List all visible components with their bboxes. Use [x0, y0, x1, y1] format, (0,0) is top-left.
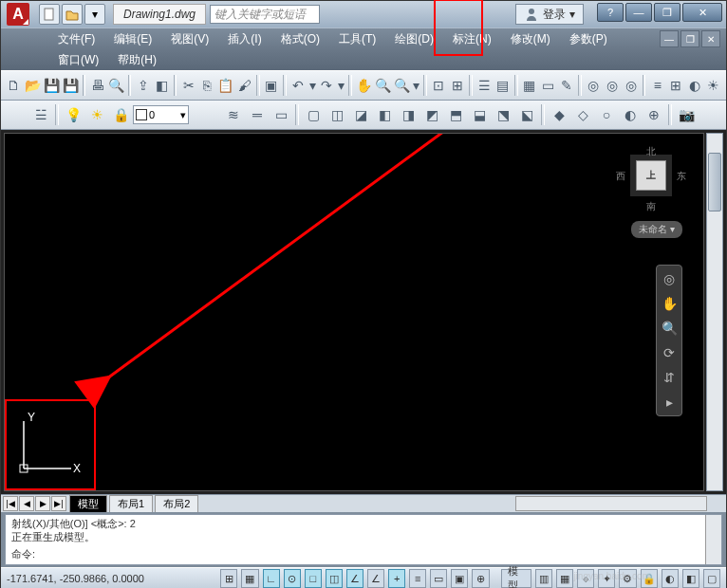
viewcube-west[interactable]: 西	[616, 170, 625, 183]
model-viewport[interactable]: 北 南 西 东 上 未命名 ▾ ◎ ✋ 🔍 ⟳ ⇵ ▸	[4, 133, 704, 491]
nav-wheel-icon[interactable]: ◎	[663, 271, 675, 286]
render1-icon[interactable]: ◆	[548, 103, 570, 126]
render-icon[interactable]: ◐	[686, 74, 704, 97]
scrollbar-thumb[interactable]	[708, 153, 721, 211]
sun-icon[interactable]: ☀	[704, 74, 722, 97]
ws-switch-icon[interactable]: ⚙	[619, 569, 636, 588]
preview-icon[interactable]: 🔍	[107, 74, 125, 97]
grid-toggle[interactable]: ▦	[241, 569, 258, 588]
modelspace-button[interactable]: 模型	[501, 569, 531, 588]
layer-lock-icon[interactable]: 🔒	[109, 103, 132, 126]
menu-tools[interactable]: 工具(T)	[329, 28, 385, 50]
render5-icon[interactable]: ⊕	[643, 103, 665, 126]
annoscale-icon[interactable]: ⟐	[577, 569, 594, 588]
close-button[interactable]: ✕	[682, 3, 722, 22]
matchprop-icon[interactable]: 🖌	[235, 74, 253, 97]
zoom-prev-icon[interactable]: 🔍	[393, 74, 411, 97]
toolbar-lock-icon[interactable]: 🔒	[641, 569, 658, 588]
sheetset-icon[interactable]: ▤	[494, 74, 512, 97]
ortho-toggle[interactable]: ∟	[263, 569, 280, 588]
horizontal-scrollbar[interactable]	[515, 496, 707, 511]
coordinates-readout[interactable]: -171.6741, -250.9866, 0.0000	[7, 573, 159, 584]
tab-nav-prev[interactable]: ◀	[19, 496, 34, 511]
save-icon[interactable]: 💾	[43, 74, 61, 97]
menu-window[interactable]: 窗口(W)	[48, 49, 108, 71]
login-button[interactable]: 登录 ▾	[515, 4, 584, 25]
mdi-min[interactable]: —	[660, 30, 679, 47]
copy-icon[interactable]: ⎘	[198, 74, 216, 97]
maximize-button[interactable]: ❐	[654, 3, 680, 22]
constraint2-icon[interactable]: ◎	[604, 74, 622, 97]
redo-icon[interactable]: ↷	[318, 74, 336, 97]
command-scrollbar[interactable]	[705, 515, 721, 564]
vertical-scrollbar[interactable]	[706, 133, 723, 491]
calculator-icon[interactable]: ▭	[539, 74, 557, 97]
vs-shades-icon[interactable]: ⬓	[468, 103, 491, 126]
layer-on-icon[interactable]: 💡	[62, 103, 84, 126]
zoom-drop-icon[interactable]: ▾	[412, 74, 421, 97]
lineweight-icon[interactable]: ═	[246, 103, 269, 126]
vs-realistic-icon[interactable]: ◧	[373, 103, 396, 126]
3dosnap-toggle[interactable]: ◫	[326, 569, 343, 588]
search-input[interactable]: 键入关键字或短语	[210, 5, 320, 24]
undo-drop-icon[interactable]: ▾	[308, 74, 317, 97]
menu-insert[interactable]: 插入(I)	[218, 28, 270, 50]
nav-orbit-icon[interactable]: ⟳	[663, 345, 675, 360]
zoom-extents-icon[interactable]: ⊞	[449, 74, 467, 97]
menu-modify[interactable]: 修改(M)	[501, 28, 560, 50]
vs-2dwire-icon[interactable]: ▢	[302, 103, 325, 126]
tab-model[interactable]: 模型	[69, 495, 107, 512]
menu-file[interactable]: 文件(F)	[48, 28, 104, 50]
app-menu-icon[interactable]: A	[7, 3, 29, 26]
nav-zoom-icon[interactable]: 🔍	[662, 321, 678, 336]
osnap-toggle[interactable]: □	[305, 569, 322, 588]
redo-drop-icon[interactable]: ▾	[337, 74, 346, 97]
cut-icon[interactable]: ✂	[179, 74, 197, 97]
isolate-icon[interactable]: ◧	[682, 569, 699, 588]
lwt-toggle[interactable]: ≡	[409, 569, 426, 588]
tab-layout1[interactable]: 布局1	[109, 495, 153, 512]
saveas-icon[interactable]: 💾	[62, 74, 80, 97]
menu-format[interactable]: 格式(O)	[271, 28, 329, 50]
camera-icon[interactable]: 📷	[675, 103, 698, 126]
layer-combo[interactable]: 0 ▾	[133, 105, 189, 124]
minimize-button[interactable]: —	[625, 3, 652, 22]
tab-layout2[interactable]: 布局2	[155, 495, 198, 512]
properties-icon[interactable]: ☰	[475, 74, 494, 97]
cleanscreen-icon[interactable]: ▢	[703, 569, 720, 588]
menu-dim[interactable]: 标注(N)	[443, 28, 501, 50]
nav-pan-icon[interactable]: ✋	[662, 296, 678, 311]
quickview-layouts[interactable]: ▥	[535, 569, 552, 588]
help-button[interactable]: ?	[597, 3, 624, 22]
visual-style-label[interactable]: 未命名 ▾	[631, 221, 682, 238]
qat-new-icon[interactable]	[39, 4, 60, 25]
linetype-icon[interactable]: ≋	[222, 103, 245, 126]
layers-panel-icon[interactable]: ≡	[648, 74, 666, 97]
qat-open-icon[interactable]	[62, 4, 83, 25]
tab-nav-last[interactable]: ▶|	[51, 496, 66, 511]
menu-edit[interactable]: 编辑(E)	[104, 28, 161, 50]
qp-toggle[interactable]: ▣	[451, 569, 468, 588]
snap-toggle[interactable]: ⊞	[220, 569, 237, 588]
render3-icon[interactable]: ○	[595, 103, 618, 126]
quickview-drawings[interactable]: ▦	[556, 569, 573, 588]
hardware-accel-icon[interactable]: ◐	[662, 569, 679, 588]
otrack-toggle[interactable]: ∠	[346, 569, 364, 588]
vs-hidden-icon[interactable]: ◪	[349, 103, 372, 126]
new-icon[interactable]: 🗋	[5, 74, 23, 97]
menu-view[interactable]: 视图(V)	[161, 28, 218, 50]
nav-more-icon[interactable]: ▸	[666, 395, 673, 410]
viewcube[interactable]: 北 南 西 东 上	[618, 143, 684, 210]
pan-icon[interactable]: ✋	[355, 74, 373, 97]
polar-toggle[interactable]: ⊙	[284, 569, 301, 588]
vs-sketchy-icon[interactable]: ⬔	[492, 103, 514, 126]
toolpalette-icon[interactable]: ▦	[521, 74, 539, 97]
render4-icon[interactable]: ◐	[619, 103, 642, 126]
tpy-toggle[interactable]: ▭	[430, 569, 447, 588]
ducs-toggle[interactable]: ∠	[367, 569, 384, 588]
mdi-max[interactable]: ❐	[680, 30, 699, 47]
markup-icon[interactable]: ✎	[558, 74, 576, 97]
nav-showmotion-icon[interactable]: ⇵	[663, 370, 675, 385]
paste-icon[interactable]: 📋	[216, 74, 234, 97]
layerprop-icon[interactable]: ☱	[29, 103, 52, 126]
